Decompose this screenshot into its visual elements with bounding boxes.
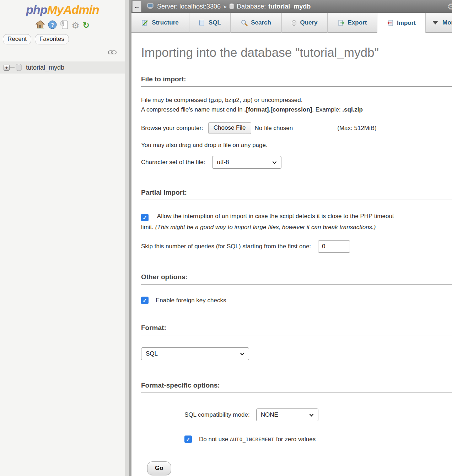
breadcrumb-server-link[interactable]: Server: localhost:3306 <box>157 3 221 10</box>
format-row: SQL <box>141 347 452 360</box>
allow-interrupt-note: (This might be a good way to import larg… <box>155 224 376 231</box>
browse-row: Browse your computer: Choose File No fil… <box>141 122 452 134</box>
refresh-icon[interactable]: ↻ <box>83 21 90 29</box>
sql-compat-select[interactable]: NONE <box>256 409 318 421</box>
auto-increment-code: AUTO_INCREMENT <box>230 437 274 442</box>
tree-connector <box>10 67 15 68</box>
file-import-help: File may be compressed (gzip, bzip2, zip… <box>141 95 452 114</box>
sql-icon <box>199 20 205 26</box>
breadcrumb-separator: » <box>223 3 227 10</box>
browse-label: Browse your computer: <box>141 125 203 132</box>
logo-myadmin-part: MyAdmin <box>47 3 99 16</box>
check-icon: ✓ <box>186 437 190 442</box>
charset-label: Character set of the file: <box>141 159 205 166</box>
section-partial-import: Partial import: <box>141 189 452 200</box>
page-title: Importing into the database "tutorial_my… <box>141 45 452 60</box>
charset-value: utf-8 <box>217 159 229 166</box>
tab-export[interactable]: Export <box>328 13 377 33</box>
sidebar-icon-toolbar: ? ⚙ ↻ <box>0 20 125 31</box>
tree-expand-icon[interactable]: + <box>4 65 10 71</box>
allow-interrupt-checkbox[interactable]: ✓ <box>141 214 149 221</box>
help-line1: File may be compressed (gzip, bzip2, zip… <box>141 97 302 103</box>
tab-search[interactable]: Search <box>231 13 282 33</box>
charset-row: Character set of the file: utf-8 <box>141 156 452 169</box>
section-format: Format: <box>141 324 452 335</box>
database-tree-label[interactable]: tutorial_mydb <box>26 64 64 71</box>
foreign-key-row: ✓ Enable foreign key checks <box>141 297 452 304</box>
svg-text:?: ? <box>51 22 54 27</box>
tab-export-label: Export <box>348 19 367 26</box>
help-icon[interactable]: ? <box>48 20 57 31</box>
sidebar-item-tutorial-mydb[interactable]: + tutorial_mydb <box>0 61 125 74</box>
chevron-down-icon <box>240 352 244 356</box>
tab-import[interactable]: Import <box>377 13 426 33</box>
structure-icon <box>142 20 149 26</box>
tab-more[interactable]: More <box>427 13 452 33</box>
allow-interrupt-row: ✓ Allow the interruption of an import in… <box>141 211 452 233</box>
database-icon <box>229 3 234 10</box>
tab-query-label: Query <box>300 19 317 26</box>
max-size-note: (Max: 512MiB) <box>337 125 377 132</box>
breadcrumb-bar: ← Server: localhost:3306 » Database: tut… <box>131 0 452 13</box>
auto-increment-row: ✓ Do not use AUTO_INCREMENT for zero val… <box>184 436 452 443</box>
format-value: SQL <box>146 350 158 357</box>
auto-increment-label-suffix: for zero values <box>274 436 316 443</box>
docs-icon[interactable] <box>60 20 68 31</box>
auto-increment-checkbox[interactable]: ✓ <box>184 436 192 443</box>
tab-query[interactable]: Query <box>282 13 328 33</box>
check-icon: ✓ <box>142 298 147 303</box>
foreign-key-label: Enable foreign key checks <box>156 297 226 304</box>
tab-sql[interactable]: SQL <box>189 13 231 33</box>
section-file-to-import: File to import: <box>141 75 452 87</box>
chevron-down-icon <box>432 21 438 25</box>
chevron-down-icon <box>309 413 314 417</box>
tab-search-label: Search <box>251 19 271 26</box>
auto-increment-label: Do not use AUTO_INCREMENT for zero value… <box>199 436 316 443</box>
import-page: Importing into the database "tutorial_my… <box>131 33 452 475</box>
skip-queries-input[interactable] <box>318 240 350 253</box>
no-file-chosen-text: No file chosen <box>255 125 293 132</box>
query-icon <box>291 20 297 26</box>
tab-bar: Structure SQL Search Query Export Import… <box>131 13 452 33</box>
home-icon[interactable] <box>36 20 45 30</box>
dragdrop-row: You may also drag and drop a file on any… <box>141 142 452 149</box>
foreign-key-checkbox[interactable]: ✓ <box>141 297 149 304</box>
logo-php-part: php <box>26 3 47 16</box>
skip-queries-row: Skip this number of queries (for SQL) st… <box>141 240 452 253</box>
back-button[interactable]: ← <box>132 1 141 12</box>
page-settings-gear-icon[interactable]: ⚙ <box>447 2 452 12</box>
import-icon <box>387 20 394 26</box>
breadcrumb-database-name[interactable]: tutorial_mydb <box>268 3 311 10</box>
section-other-options: Other options: <box>141 273 452 285</box>
tab-sql-label: SQL <box>209 19 221 26</box>
main-panel: ← Server: localhost:3306 » Database: tut… <box>131 0 452 476</box>
tab-structure-label: Structure <box>152 19 179 26</box>
sidebar-link-row <box>0 49 125 56</box>
charset-select[interactable]: utf-8 <box>212 156 281 169</box>
go-button[interactable]: Go <box>147 461 171 475</box>
breadcrumb-database-prefix: Database: <box>237 3 266 10</box>
help-line2-prefix: A compressed file's name must end in <box>141 106 244 113</box>
format-select[interactable]: SQL <box>141 347 249 360</box>
format-specific-options: SQL compatibility mode: NONE ✓ Do not us… <box>141 409 452 443</box>
choose-file-button[interactable]: Choose File <box>208 122 251 134</box>
tab-structure[interactable]: Structure <box>131 13 189 33</box>
settings-gear-icon[interactable]: ⚙ <box>71 21 79 30</box>
auto-increment-label-prefix: Do not use <box>199 436 230 443</box>
sidebar: phpMyAdmin ? ⚙ ↻ Recent Favorites + tuto… <box>0 0 125 476</box>
tab-import-label: Import <box>397 20 416 27</box>
recent-button[interactable]: Recent <box>3 34 31 44</box>
check-icon: ✓ <box>142 215 147 220</box>
breadcrumb: Server: localhost:3306 » Database: tutor… <box>147 3 311 10</box>
server-icon <box>147 3 155 10</box>
search-icon <box>241 20 248 26</box>
help-line2-mid: . Example: <box>312 106 342 113</box>
database-cylinder-icon <box>15 64 22 71</box>
allow-interrupt-label-line2: limit. <box>141 224 154 231</box>
tab-more-label: More <box>442 19 452 26</box>
favorites-button[interactable]: Favorites <box>35 34 69 44</box>
link-chain-icon[interactable] <box>108 50 117 55</box>
sql-compat-label: SQL compatibility mode: <box>184 411 250 418</box>
sidebar-scrollbar[interactable] <box>125 0 129 476</box>
phpmyadmin-logo: phpMyAdmin <box>0 0 125 17</box>
